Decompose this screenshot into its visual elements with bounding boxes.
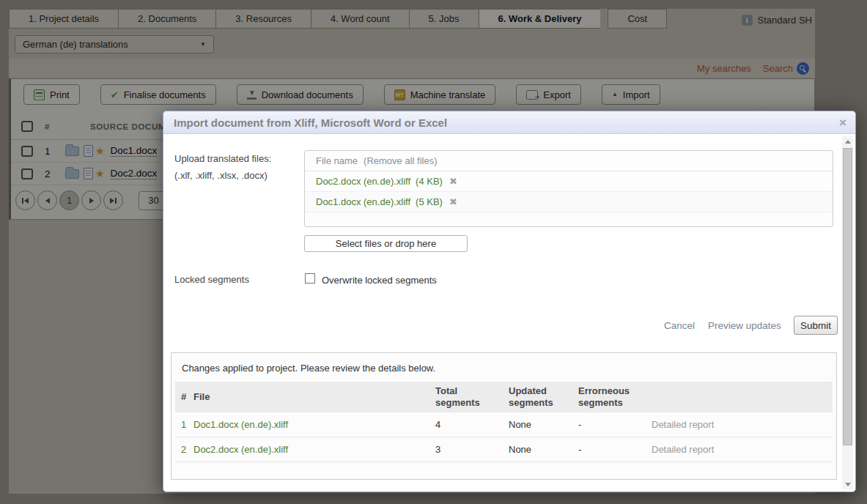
result-total: 3 bbox=[435, 444, 508, 455]
result-file-link[interactable]: Doc1.docx (en.de).xliff bbox=[193, 419, 435, 430]
import-dialog-header: Import document from Xliff, Microsoft Wo… bbox=[163, 111, 855, 134]
uploaded-file-link[interactable]: Doc1.docx (en.de).xliff bbox=[316, 196, 410, 207]
close-icon[interactable]: × bbox=[839, 116, 846, 129]
remove-file-icon[interactable]: ✖ bbox=[449, 177, 457, 186]
col-number: # bbox=[175, 388, 193, 406]
detailed-report-link[interactable]: Detailed report bbox=[651, 444, 833, 455]
col-total-segments: Total segments bbox=[435, 382, 508, 412]
result-number: 1 bbox=[175, 419, 193, 430]
scrollbar-thumb[interactable] bbox=[843, 148, 852, 445]
overwrite-locked-label: Overwrite locked segments bbox=[322, 275, 437, 286]
import-dialog: Import document from Xliff, Microsoft Wo… bbox=[163, 111, 856, 492]
select-files-button[interactable]: Select files or drop here bbox=[304, 235, 468, 252]
results-table: # File Total segments Updated segments E… bbox=[175, 382, 833, 462]
scroll-down-icon[interactable] bbox=[842, 479, 853, 489]
uploaded-file-row: Doc2.docx (en.de).xliff (4 KB) ✖ bbox=[305, 171, 833, 192]
result-number: 2 bbox=[175, 444, 193, 455]
result-erroneous: - bbox=[578, 444, 651, 455]
file-name-column-label: File name bbox=[316, 155, 358, 166]
col-updated-segments: Updated segments bbox=[508, 382, 578, 412]
results-message: Changes applied to project. Please revie… bbox=[171, 353, 836, 374]
dialog-actions: Cancel Preview updates Submit bbox=[163, 316, 838, 335]
upload-files-label: Upload translated files: bbox=[174, 153, 271, 164]
dialog-scrollbar[interactable] bbox=[842, 136, 853, 489]
col-file: File bbox=[193, 388, 435, 406]
results-row: 1 Doc1.docx (en.de).xliff 4 None - Detai… bbox=[175, 412, 833, 437]
result-erroneous: - bbox=[578, 419, 651, 430]
upload-formats-label: (.xlf, .xliff, .xlsx, .docx) bbox=[174, 170, 268, 181]
col-erroneous-segments: Errorneous segments bbox=[578, 382, 651, 412]
uploaded-file-link[interactable]: Doc2.docx (en.de).xliff bbox=[316, 176, 410, 187]
overwrite-locked-checkbox[interactable] bbox=[305, 273, 315, 284]
scroll-up-icon[interactable] bbox=[842, 136, 853, 147]
results-panel: Changes applied to project. Please revie… bbox=[171, 352, 837, 480]
uploaded-file-size: (5 KB) bbox=[416, 196, 443, 207]
result-total: 4 bbox=[435, 419, 508, 430]
submit-button[interactable]: Submit bbox=[794, 316, 838, 335]
result-updated: None bbox=[508, 444, 578, 455]
result-updated: None bbox=[508, 419, 578, 430]
uploaded-file-size: (4 KB) bbox=[416, 176, 443, 187]
detailed-report-link[interactable]: Detailed report bbox=[651, 419, 833, 430]
uploaded-files-panel: File name (Remove all files) Doc2.docx (… bbox=[304, 150, 833, 227]
app-window: 1. Project details 2. Documents 3. Resou… bbox=[0, 0, 867, 504]
remove-file-icon[interactable]: ✖ bbox=[449, 197, 457, 207]
dialog-title: Import document from Xliff, Microsoft Wo… bbox=[174, 116, 447, 129]
uploaded-file-row: Doc1.docx (en.de).xliff (5 KB) ✖ bbox=[305, 192, 833, 212]
results-row: 2 Doc2.docx (en.de).xliff 3 None - Detai… bbox=[175, 437, 833, 462]
locked-segments-label: Locked segments bbox=[174, 274, 249, 285]
remove-all-files-link[interactable]: (Remove all files) bbox=[364, 155, 437, 166]
file-list-header: File name (Remove all files) bbox=[305, 151, 833, 171]
result-file-link[interactable]: Doc2.docx (en.de).xliff bbox=[193, 444, 435, 455]
preview-updates-button[interactable]: Preview updates bbox=[708, 320, 781, 331]
results-table-header: # File Total segments Updated segments E… bbox=[175, 382, 833, 412]
cancel-button[interactable]: Cancel bbox=[664, 320, 695, 331]
